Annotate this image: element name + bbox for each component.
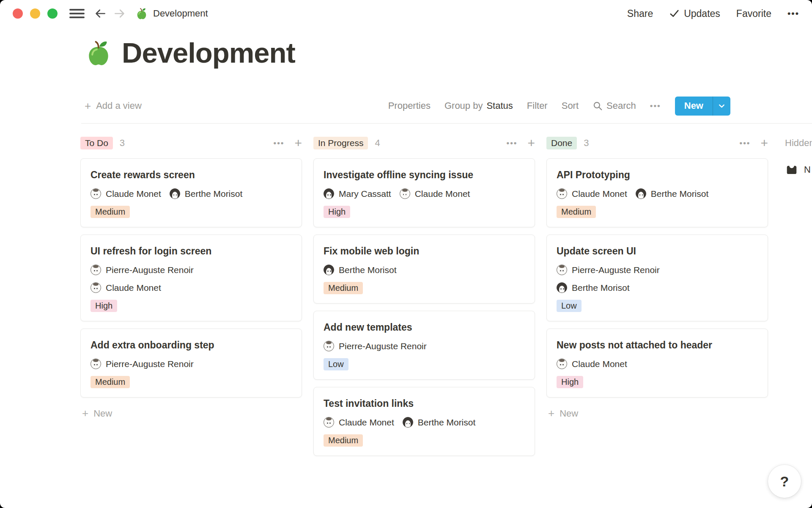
- help-button[interactable]: ?: [768, 465, 801, 498]
- board-column-in-progress: In Progress 4 ••• + Investigate offline …: [313, 134, 535, 463]
- updates-button[interactable]: Updates: [669, 8, 720, 19]
- priority-badge: Medium: [324, 434, 363, 447]
- column-count: 3: [120, 138, 125, 149]
- card-title: Fix mobile web login: [324, 245, 525, 257]
- card-title: API Prototyping: [557, 168, 758, 181]
- new-button-group: New: [675, 97, 730, 116]
- column-status-badge[interactable]: In Progress: [313, 137, 368, 149]
- avatar-icon: [91, 282, 101, 293]
- assignee-name: Berthe Morisot: [339, 265, 397, 275]
- search-icon: [593, 101, 603, 111]
- avatar-icon: [400, 188, 410, 199]
- hidden-column-name: N: [804, 164, 811, 175]
- card-title: Update screen UI: [557, 245, 758, 257]
- window-more-icon[interactable]: •••: [787, 8, 799, 19]
- avatar-icon: [324, 188, 334, 199]
- card-title: Add extra onboarding step: [91, 339, 292, 351]
- add-card-label: New: [93, 408, 112, 419]
- assignee: Berthe Morisot: [403, 417, 476, 428]
- assignee-name: Mary Cassatt: [339, 189, 391, 199]
- page-green-apple-icon: [85, 39, 112, 67]
- avatar-icon: [91, 265, 101, 275]
- board-column-done: Done 3 ••• + API Prototyping Claude Mone…: [546, 134, 768, 420]
- kanban-card[interactable]: Add new templates Pierre-Auguste Renoir …: [313, 311, 535, 380]
- kanban-card[interactable]: Add extra onboarding step Pierre-Auguste…: [80, 329, 302, 398]
- kanban-card[interactable]: Test invitation links Claude Monet Berth…: [313, 387, 535, 456]
- avatar-icon: [91, 359, 101, 369]
- column-add-icon[interactable]: +: [294, 137, 302, 149]
- minimize-window-button[interactable]: [30, 8, 40, 19]
- hidden-column-item[interactable]: N: [785, 163, 812, 176]
- column-menu-icon[interactable]: •••: [740, 138, 751, 148]
- plus-icon: +: [85, 99, 91, 113]
- avatar-icon: [636, 188, 646, 199]
- group-by-label: Group by: [444, 100, 483, 111]
- add-view-label: Add a view: [96, 100, 142, 111]
- add-card-button[interactable]: + New: [80, 407, 302, 420]
- card-title: UI refresh for login screen: [91, 245, 292, 257]
- view-more-icon[interactable]: •••: [650, 101, 661, 110]
- assignee-name: Claude Monet: [572, 359, 627, 369]
- filter-button[interactable]: Filter: [527, 100, 548, 111]
- kanban-card[interactable]: Investigate offline syncing issue Mary C…: [313, 158, 535, 227]
- properties-button[interactable]: Properties: [388, 100, 431, 111]
- avatar-icon: [557, 359, 567, 369]
- assignee: Berthe Morisot: [170, 188, 243, 199]
- share-button[interactable]: Share: [627, 8, 653, 19]
- add-card-label: New: [560, 408, 578, 419]
- card-title: Investigate offline syncing issue: [324, 168, 525, 181]
- card-title: New posts not attached to header: [557, 339, 758, 351]
- column-menu-icon[interactable]: •••: [507, 138, 518, 148]
- sidebar-menu-icon[interactable]: [69, 9, 85, 18]
- assignee-name: Claude Monet: [339, 417, 394, 428]
- add-card-button[interactable]: + New: [546, 407, 768, 420]
- group-by-button[interactable]: Group by Status: [444, 100, 513, 111]
- add-view-button[interactable]: + Add a view: [85, 99, 142, 113]
- kanban-card[interactable]: UI refresh for login screen Pierre-Augus…: [80, 235, 302, 321]
- assignee: Mary Cassatt: [324, 188, 391, 199]
- search-button[interactable]: Search: [593, 100, 636, 111]
- column-add-icon[interactable]: +: [760, 137, 768, 149]
- assignee: Berthe Morisot: [557, 282, 630, 293]
- assignee-name: Claude Monet: [572, 189, 627, 199]
- close-window-button[interactable]: [13, 8, 23, 19]
- kanban-card[interactable]: API Prototyping Claude Monet Berthe Mori…: [546, 158, 768, 227]
- assignee: Claude Monet: [91, 282, 161, 293]
- board-column-todo: To Do 3 ••• + Create rewards screen Clau…: [80, 134, 302, 420]
- column-add-icon[interactable]: +: [527, 137, 535, 149]
- hidden-columns-label[interactable]: Hidden: [785, 134, 812, 152]
- breadcrumb-title: Development: [153, 8, 208, 19]
- updates-label: Updates: [684, 8, 720, 19]
- plus-icon: +: [82, 407, 88, 420]
- check-icon: [669, 9, 680, 18]
- zoom-window-button[interactable]: [47, 8, 58, 19]
- assignee-name: Pierre-Auguste Renoir: [572, 265, 660, 275]
- column-count: 3: [584, 138, 589, 149]
- kanban-card[interactable]: Create rewards screen Claude Monet Berth…: [80, 158, 302, 227]
- kanban-card[interactable]: New posts not attached to header Claude …: [546, 329, 768, 398]
- priority-badge: Low: [324, 358, 348, 370]
- avatar-icon: [91, 188, 101, 199]
- assignee-name: Berthe Morisot: [651, 189, 709, 199]
- favorite-button[interactable]: Favorite: [736, 8, 771, 19]
- kanban-card[interactable]: Update screen UI Pierre-Auguste Renoir B…: [546, 235, 768, 321]
- column-status-badge[interactable]: Done: [546, 137, 577, 149]
- search-label: Search: [606, 100, 636, 111]
- assignee: Pierre-Auguste Renoir: [557, 265, 660, 275]
- priority-badge: High: [557, 376, 583, 388]
- column-status-badge[interactable]: To Do: [80, 137, 113, 149]
- column-menu-icon[interactable]: •••: [274, 138, 285, 148]
- back-arrow-icon[interactable]: [94, 8, 107, 19]
- avatar-icon: [403, 417, 413, 428]
- card-title: Add new templates: [324, 321, 525, 334]
- new-button[interactable]: New: [675, 97, 713, 116]
- assignee-name: Claude Monet: [106, 283, 161, 293]
- sort-button[interactable]: Sort: [562, 100, 579, 111]
- traffic-lights: [13, 8, 58, 19]
- app-window: Development Share Updates Favorite ••• D…: [0, 0, 812, 508]
- new-dropdown-button[interactable]: [713, 97, 730, 116]
- forward-arrow-icon[interactable]: [113, 8, 126, 19]
- green-apple-icon: [135, 7, 148, 20]
- breadcrumb[interactable]: Development: [135, 7, 208, 20]
- kanban-card[interactable]: Fix mobile web login Berthe Morisot Medi…: [313, 235, 535, 304]
